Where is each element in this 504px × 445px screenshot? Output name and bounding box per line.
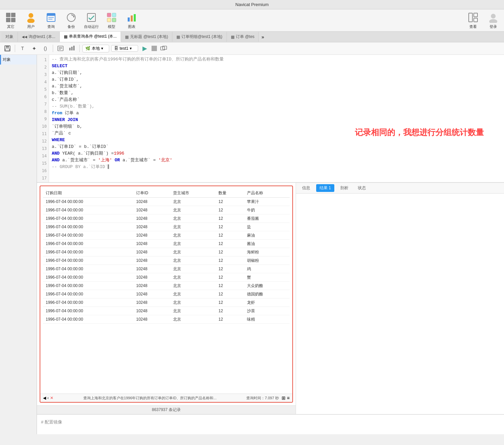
table-cell: 10248 — [133, 282, 170, 290]
result-tab-profile[interactable]: 剖析 — [337, 184, 352, 192]
table-icon2: ▦ — [125, 35, 129, 39]
toolbar-query[interactable]: 查询 — [44, 11, 58, 29]
toolbar-view[interactable]: 查看 — [466, 11, 480, 29]
table-cell: 1996-07-04 00:00:00 — [43, 298, 133, 307]
explain-button[interactable] — [56, 44, 65, 53]
result-tab-status[interactable]: 状态 — [354, 184, 369, 192]
save-button[interactable] — [3, 44, 12, 53]
table-row: 1996-07-04 00:00:0010248北京12酱油 — [43, 240, 290, 248]
prev-page-button[interactable]: ◀ — [43, 396, 46, 400]
table-cell: 12 — [216, 282, 244, 290]
code-line-7: c.`产品名称` — [52, 96, 501, 103]
result-tab-result1[interactable]: 结果 1 — [316, 184, 334, 192]
svg-rect-18 — [131, 15, 133, 22]
line-num-13: 13 — [37, 145, 49, 152]
data-table-container[interactable]: 订购日期 订单ID 货主城市 数量 产品名称 1996-07-04 00:00:… — [40, 186, 292, 394]
more-run-button[interactable] — [159, 44, 168, 53]
beautify-button[interactable]: ✦ — [29, 44, 39, 53]
secondary-toolbar: T ✦ () 🌿 本地 ▾ 🗄 test1 ▾ ▶ — [0, 42, 504, 55]
svg-rect-7 — [47, 13, 55, 16]
table-cell: 1996-07-04 00:00:00 — [43, 315, 133, 324]
table-cell: 1996-07-04 00:00:00 — [43, 198, 133, 206]
tab-objects-label: 对象 — [5, 34, 13, 40]
format-button[interactable]: T — [18, 44, 27, 53]
code-content[interactable]: -- 查询上海和北京的客户在1996年订购的所有订单的订单ID、所订购的产品名称… — [49, 55, 504, 182]
table-cell: 12 — [216, 206, 244, 214]
env-selector[interactable]: 🌿 本地 ▾ — [82, 45, 109, 52]
table-cell: 北京 — [170, 298, 216, 307]
table-cell: 盐 — [244, 223, 290, 231]
table-cell: 海鲜粉 — [244, 248, 290, 256]
toolbar-model[interactable]: 模型 — [104, 11, 119, 29]
table-cell: 12 — [216, 214, 244, 223]
toolbar-login[interactable]: 登录 — [486, 11, 501, 29]
table-header-row: 订购日期 订单ID 货主城市 数量 产品名称 — [43, 189, 290, 198]
code-line-18 — [52, 170, 501, 177]
code-line-2: SELECT — [52, 63, 501, 70]
col-header-qty: 数量 — [216, 189, 244, 198]
grid-view-button[interactable]: ⊞ — [282, 395, 286, 401]
table-cell: 12 — [216, 290, 244, 298]
table-cell: 10248 — [133, 256, 170, 265]
list-view-button[interactable]: ≡ — [287, 395, 290, 401]
toolbar-backup[interactable]: 备份 — [64, 11, 79, 29]
prev-record-button[interactable]: ‹ — [47, 396, 49, 400]
svg-rect-27 — [5, 49, 9, 51]
toolbar-autorun[interactable]: 自动运行 — [84, 11, 99, 29]
line-num-1: 1 — [37, 56, 49, 64]
table-row: 1996-07-04 00:00:0010248北京12苹果汁 — [43, 198, 290, 206]
table-cell: 12 — [216, 231, 244, 240]
tab-more-button[interactable]: » — [259, 32, 267, 42]
env-chevron-icon: ▾ — [101, 46, 103, 51]
sidebar-item-objects[interactable]: 对象 — [0, 55, 37, 65]
col-header-id: 订单ID — [133, 189, 170, 198]
delete-record-button[interactable]: ✕ — [50, 396, 53, 400]
tab-single-query[interactable]: ▦ 单表查询条件 @test1 (本... — [60, 32, 121, 42]
sep2 — [53, 45, 53, 52]
db-selector[interactable]: 🗄 test1 ▾ — [111, 45, 138, 52]
table-cell: 苹果汁 — [244, 198, 290, 206]
other-icon — [5, 11, 17, 24]
tab-query-back[interactable]: ◀◀ 询@test1 (本... — [18, 32, 60, 42]
svg-rect-1 — [11, 13, 15, 17]
tab-bar: 对象 ◀◀ 询@test1 (本... ▦ 单表查询条件 @test1 (本..… — [0, 32, 504, 42]
tab-untitled[interactable]: ▦ 无标题 @test1 (本地) — [121, 32, 172, 42]
tab-order[interactable]: ▦ 订单 @tes — [227, 32, 259, 42]
wrap-button[interactable]: () — [41, 44, 50, 53]
query-description: 查询上海和北京的客户在1996年订购的所有订单的订单ID、所订购的产品名称和..… — [53, 396, 246, 401]
tab-order-detail[interactable]: ▦ 订单明细@test1 (本地) — [172, 32, 227, 42]
line-num-7: 7 — [37, 100, 49, 108]
stop-button[interactable] — [152, 46, 157, 51]
table-cell: 1996-07-04 00:00:00 — [43, 307, 133, 315]
table-cell: 12 — [216, 256, 244, 265]
table-cell: 牛奶 — [244, 206, 290, 214]
toolbar-user[interactable]: 用户 — [24, 11, 38, 29]
table-cell: 北京 — [170, 231, 216, 240]
table-cell: 12 — [216, 265, 244, 273]
app-title: Navicat Premium — [236, 2, 269, 7]
result-tab-info[interactable]: 信息 — [299, 184, 313, 192]
table-cell: 北京 — [170, 307, 216, 315]
toolbar-other[interactable]: 其它 — [3, 11, 18, 29]
line-num-2: 2 — [37, 64, 49, 71]
tab-objects[interactable]: 对象 — [1, 32, 18, 42]
chart-result-button[interactable] — [67, 44, 77, 53]
backup-icon — [65, 11, 77, 24]
line-num-12: 12 — [37, 137, 49, 145]
table-cell: 1996-07-04 00:00:00 — [43, 256, 133, 265]
line-num-4: 4 — [37, 78, 49, 86]
table-cell: 1996-07-04 00:00:00 — [43, 206, 133, 214]
toolbar-chart[interactable]: 图表 — [124, 11, 139, 29]
line-numbers: 1 2 3 4 5 6 7 8 9 10 11 12 13 14 15 16 1… — [37, 55, 49, 182]
table-cell: 鸡 — [244, 265, 290, 273]
table-row: 1996-07-04 00:00:0010248北京12鸡 — [43, 265, 290, 273]
run-button[interactable]: ▶ — [140, 44, 150, 53]
code-editor[interactable]: 1 2 3 4 5 6 7 8 9 10 11 12 13 14 15 16 1… — [37, 55, 504, 183]
svg-rect-15 — [107, 18, 111, 22]
data-table: 订购日期 订单ID 货主城市 数量 产品名称 1996-07-04 00:00:… — [43, 189, 290, 324]
bottom-comment: # 配置镜像 — [41, 419, 62, 424]
table-cell: 10248 — [133, 307, 170, 315]
toolbar-right: 查看 登录 — [466, 11, 501, 29]
table-cell: 1996-07-04 00:00:00 — [43, 248, 133, 256]
left-sidebar: 对象 — [0, 55, 37, 434]
